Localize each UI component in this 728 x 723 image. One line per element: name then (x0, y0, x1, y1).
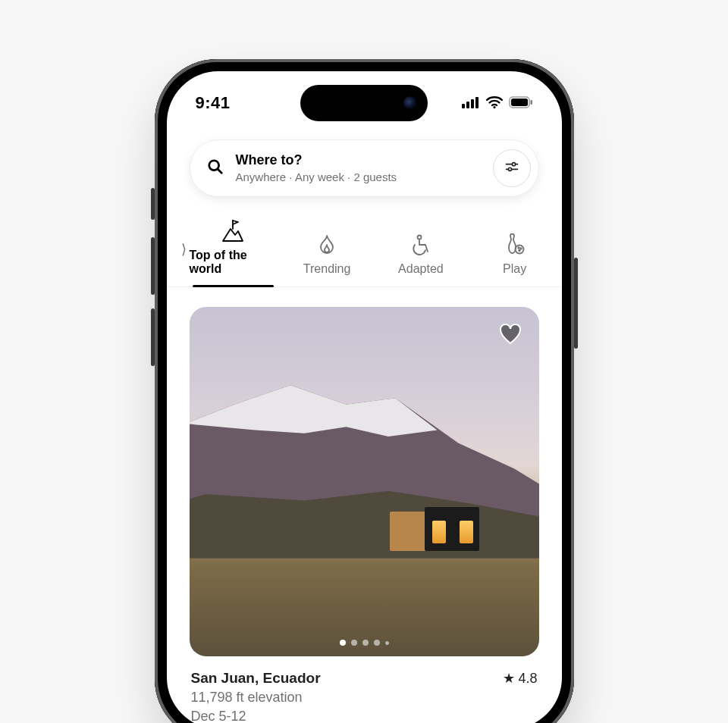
category-tabs: ⟩ Top of the world (167, 215, 562, 287)
flame-icon (314, 232, 340, 258)
bowling-icon (502, 232, 528, 258)
wifi-icon (486, 93, 503, 113)
carousel-dot[interactable] (374, 640, 380, 646)
listing-photo-placeholder (190, 307, 539, 656)
listing-rating-value: 4.8 (518, 671, 537, 687)
filters-icon (504, 159, 519, 177)
search-subtitle: Anywhere · Any week · 2 guests (236, 171, 481, 184)
svg-point-15 (417, 236, 421, 239)
listing-rating: ★ 4.8 (503, 670, 537, 687)
category-tab-play[interactable]: Play (468, 229, 562, 286)
listing-title: San Juan, Ecuador (191, 670, 321, 687)
status-time: 9:41 (196, 90, 231, 113)
battery-icon (509, 93, 533, 113)
search-text: Where to? Anywhere · Any week · 2 guests (236, 152, 481, 184)
dynamic-island (300, 85, 428, 121)
category-tab-trending[interactable]: Trending (280, 229, 374, 286)
search-title: Where to? (236, 152, 481, 169)
carousel-dots (190, 640, 539, 646)
search-bar[interactable]: Where to? Anywhere · Any week · 2 guests (190, 139, 539, 197)
wheelchair-icon (408, 232, 434, 258)
category-tab-label: Play (503, 262, 526, 276)
carousel-dot[interactable] (385, 641, 389, 645)
summit-flag-icon (220, 218, 246, 244)
svg-rect-2 (471, 99, 474, 108)
favorite-button[interactable] (495, 321, 526, 351)
phone-screen: 9:41 (167, 71, 562, 723)
search-icon (207, 158, 224, 178)
svg-point-4 (493, 106, 495, 108)
category-tab-top-of-the-world[interactable]: Top of the world (187, 215, 281, 286)
svg-point-19 (519, 250, 520, 252)
heart-icon (498, 322, 522, 349)
svg-line-9 (218, 169, 221, 173)
svg-rect-7 (530, 100, 532, 105)
listing-image[interactable] (190, 307, 539, 656)
category-tab-label: Trending (303, 262, 351, 276)
svg-rect-0 (462, 104, 465, 108)
listing-meta: San Juan, Ecuador ★ 4.8 11,798 ft elevat… (190, 656, 539, 723)
svg-point-17 (518, 247, 519, 249)
listing-subtitle-1: 11,798 ft elevation (191, 690, 538, 706)
category-tab-adapted[interactable]: Adapted (374, 229, 468, 286)
carousel-dot[interactable] (351, 640, 357, 646)
star-icon: ★ (503, 670, 515, 687)
phone-volume-up (151, 237, 155, 295)
phone-power-button (574, 258, 578, 349)
category-tab-label: Top of the world (190, 249, 278, 276)
listing-card[interactable]: San Juan, Ecuador ★ 4.8 11,798 ft elevat… (167, 287, 562, 723)
category-tab-label: Adapted (398, 262, 444, 276)
phone-volume-down (151, 308, 155, 366)
svg-point-11 (512, 163, 515, 166)
svg-rect-1 (466, 102, 469, 108)
cellular-icon (462, 93, 480, 113)
phone-frame: 9:41 (155, 59, 574, 723)
chevron-peek-icon: ⟩ (181, 236, 187, 262)
svg-rect-3 (475, 97, 479, 108)
svg-point-13 (508, 167, 511, 171)
listing-subtitle-2: Dec 5-12 (191, 709, 538, 723)
svg-rect-6 (511, 99, 528, 106)
status-icons (462, 90, 533, 113)
search-bar-row: Where to? Anywhere · Any week · 2 guests (190, 139, 539, 197)
carousel-dot[interactable] (362, 640, 369, 646)
carousel-dot[interactable] (340, 640, 346, 646)
filters-button[interactable] (493, 149, 531, 187)
svg-point-18 (520, 248, 522, 249)
category-tab-prev-peek[interactable]: ⟩ (167, 236, 187, 286)
phone-side-button (151, 188, 155, 220)
